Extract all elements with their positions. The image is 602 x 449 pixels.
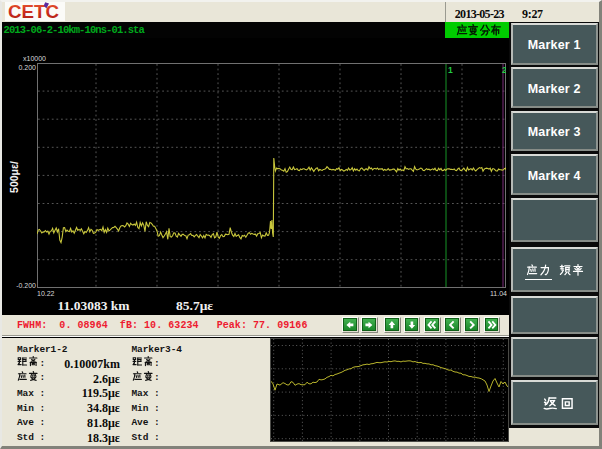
svg-text:1: 1 bbox=[448, 65, 453, 75]
svg-text:CETC: CETC bbox=[8, 2, 59, 21]
svg-text:2: 2 bbox=[502, 65, 506, 75]
